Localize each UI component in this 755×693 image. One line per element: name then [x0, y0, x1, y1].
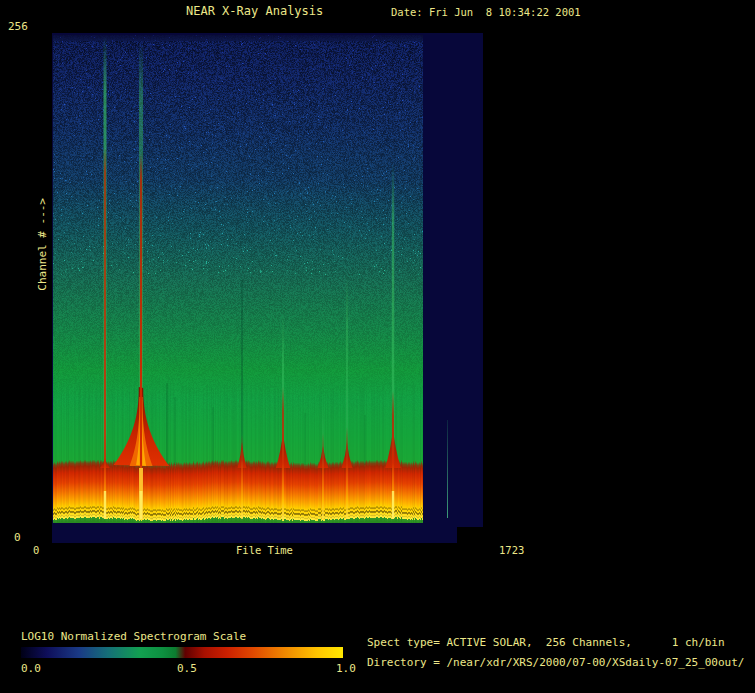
y-axis-max-label: 256	[8, 20, 28, 33]
colorbar-tick-max: 1.0	[336, 662, 356, 675]
colorbar-tick-mid: 0.5	[177, 662, 197, 675]
colorbar-gradient	[21, 647, 343, 658]
x-axis-min-label: 0	[33, 544, 39, 556]
spect-type-line: Spect type= ACTIVE SOLAR, 256 Channels, …	[367, 636, 725, 649]
near-xray-analysis-screen: { "header": { "title": "NEAR X-Ray Analy…	[0, 0, 755, 693]
directory-line: Directory = /near/xdr/XRS/2000/07-00/XSd…	[367, 656, 745, 669]
y-axis-min-label: 0	[14, 531, 21, 544]
date-label: Date: Fri Jun 8 10:34:22 2001	[391, 6, 581, 18]
colorbar-title: LOG10 Normalized Spectrogram Scale	[21, 630, 246, 643]
colorbar-tick-min: 0.0	[21, 662, 41, 675]
y-axis-title: Channel # --->	[36, 198, 49, 291]
x-axis-max-label: 1723	[499, 544, 524, 556]
page-title: NEAR X-Ray Analysis	[186, 4, 323, 18]
x-axis-title: File Time	[236, 544, 293, 556]
spectrogram-canvas	[53, 35, 423, 523]
plot-area-background-strip	[52, 527, 457, 543]
isolated-event-line	[447, 420, 448, 518]
